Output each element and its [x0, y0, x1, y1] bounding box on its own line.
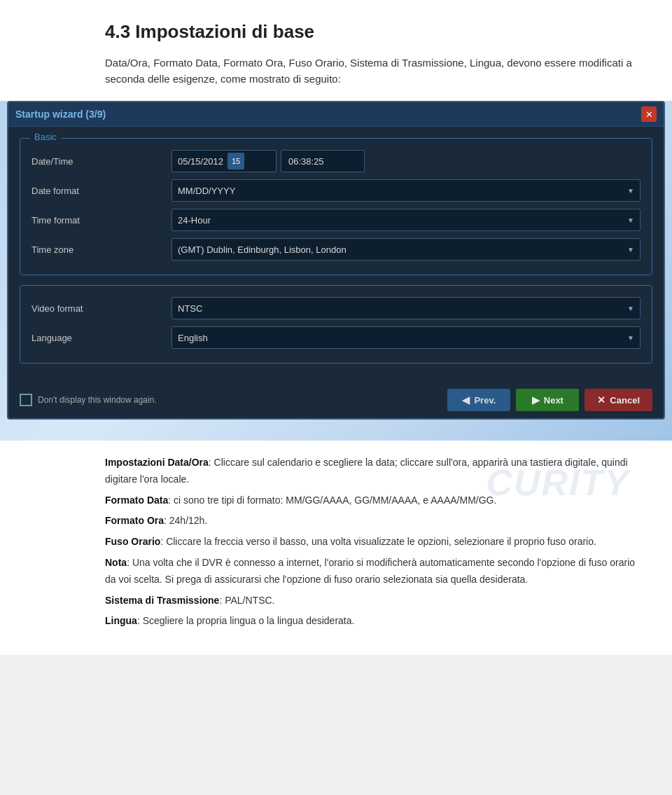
doc-lower-line-1: Impostazioni Data/Ora: Cliccare sul cale…	[105, 455, 644, 488]
bold-4: Fuso Orario	[105, 536, 160, 547]
dont-display-label: Don't display this window again.	[38, 395, 157, 405]
chevron-down-icon: ▼	[627, 246, 634, 254]
next-icon: ▶	[532, 394, 540, 406]
language-label: Language	[31, 333, 172, 343]
doc-lower-line-7: Lingua: Scegliere la propria lingua o la…	[105, 613, 644, 630]
chevron-down-icon: ▼	[627, 305, 634, 312]
chevron-down-icon: ▼	[627, 187, 634, 195]
time-zone-row: Time zone (GMT) Dublin, Edinburgh, Lisbo…	[31, 238, 640, 261]
wizard-footer: Don't display this window again. ◀ Prev.…	[8, 382, 664, 418]
doc-lower-line-3: Formato Ora: 24h/12h.	[105, 513, 644, 530]
doc-lower-line-6: Sistema di Trasmissione: PAL/NTSC.	[105, 593, 644, 609]
bold-1: Impostazioni Data/Ora	[105, 457, 209, 468]
time-zone-select[interactable]: (GMT) Dublin, Edinburgh, Lisbon, London …	[172, 238, 640, 261]
prev-button[interactable]: ◀ Prev.	[447, 389, 510, 411]
doc-lower: CURITY Impostazioni Data/Ora: Cliccare s…	[0, 441, 672, 655]
language-value: English	[178, 333, 208, 343]
time-format-value: 24-Hour	[178, 215, 211, 226]
wizard-close-button[interactable]: ✕	[641, 106, 657, 122]
doc-lower-line-4: Fuso Orario: Cliccare la freccia verso i…	[105, 534, 644, 551]
bold-3: Formato Ora	[105, 515, 164, 526]
date-format-row: Date format MM/DD/YYYY ▼	[31, 179, 640, 202]
time-format-row: Time format 24-Hour ▼	[31, 209, 640, 231]
time-zone-label: Time zone	[31, 244, 172, 255]
bold-2: Formato Data	[105, 495, 168, 506]
dont-display-section: Don't display this window again.	[20, 394, 440, 406]
date-input[interactable]: 05/15/2012 15	[172, 150, 276, 172]
time-zone-value: (GMT) Dublin, Edinburgh, Lisbon, London	[178, 244, 346, 255]
video-format-row: Video format NTSC ▼	[31, 297, 640, 319]
calendar-day-number: 15	[232, 157, 240, 165]
time-format-label: Time format	[31, 215, 172, 226]
date-format-value: MM/DD/YYYY	[178, 186, 235, 196]
footer-buttons: ◀ Prev. ▶ Next ✕ Cancel	[447, 389, 652, 411]
bold-6: Sistema di Trasmissione	[105, 595, 219, 606]
doc-lower-line-5: Nota: Una volta che il DVR è connesso a …	[105, 555, 644, 588]
doc-lower-line-2: Formato Data: ci sono tre tipi di format…	[105, 492, 644, 509]
video-format-select[interactable]: NTSC ▼	[172, 297, 640, 319]
language-row: Language English ▼	[31, 326, 640, 349]
date-format-label: Date format	[31, 186, 172, 196]
dont-display-checkbox[interactable]	[20, 394, 32, 406]
cancel-label: Cancel	[610, 395, 640, 406]
date-time-row: Date/Time 05/15/2012 15 06:38:25	[31, 150, 640, 172]
chevron-down-icon: ▼	[627, 216, 634, 224]
video-format-label: Video format	[31, 303, 172, 314]
cancel-icon: ✕	[597, 394, 606, 406]
wizard-titlebar: Startup wizard (3/9) ✕	[8, 102, 664, 127]
calendar-icon[interactable]: 15	[227, 153, 244, 170]
prev-icon: ◀	[462, 394, 470, 406]
prev-label: Prev.	[474, 395, 496, 406]
date-time-label: Date/Time	[31, 156, 172, 167]
wizard-dialog: Startup wizard (3/9) ✕ Basic Date/Time 0…	[7, 101, 665, 420]
basic-group-label: Basic	[30, 132, 61, 142]
dialog-background: Startup wizard (3/9) ✕ Basic Date/Time 0…	[0, 101, 672, 441]
cancel-button[interactable]: ✕ Cancel	[584, 389, 652, 411]
language-select[interactable]: English ▼	[172, 326, 640, 349]
wizard-body: Basic Date/Time 05/15/2012 15 06:38:25	[8, 127, 664, 382]
wizard-title: Startup wizard (3/9)	[15, 109, 106, 120]
time-input[interactable]: 06:38:25	[281, 150, 365, 172]
time-value: 06:38:25	[288, 156, 324, 167]
basic-group: Basic Date/Time 05/15/2012 15 06:38:25	[20, 138, 652, 275]
date-format-select[interactable]: MM/DD/YYYY ▼	[172, 179, 640, 202]
video-language-group: Video format NTSC ▼ Language English ▼	[20, 285, 652, 364]
datetime-controls: 05/15/2012 15 06:38:25	[172, 150, 365, 172]
chevron-down-icon: ▼	[627, 334, 634, 342]
doc-title: 4.3 Impostazioni di base	[105, 21, 644, 43]
next-button[interactable]: ▶ Next	[516, 389, 579, 411]
next-label: Next	[544, 395, 564, 406]
bold-5: Nota	[105, 557, 127, 568]
date-value: 05/15/2012	[178, 156, 223, 167]
bold-7: Lingua	[105, 615, 137, 626]
time-format-select[interactable]: 24-Hour ▼	[172, 209, 640, 231]
video-format-value: NTSC	[178, 303, 202, 314]
doc-subtitle: Data/Ora, Formato Data, Formato Ora, Fus…	[105, 55, 644, 87]
doc-header: 4.3 Impostazioni di base Data/Ora, Forma…	[0, 0, 672, 101]
